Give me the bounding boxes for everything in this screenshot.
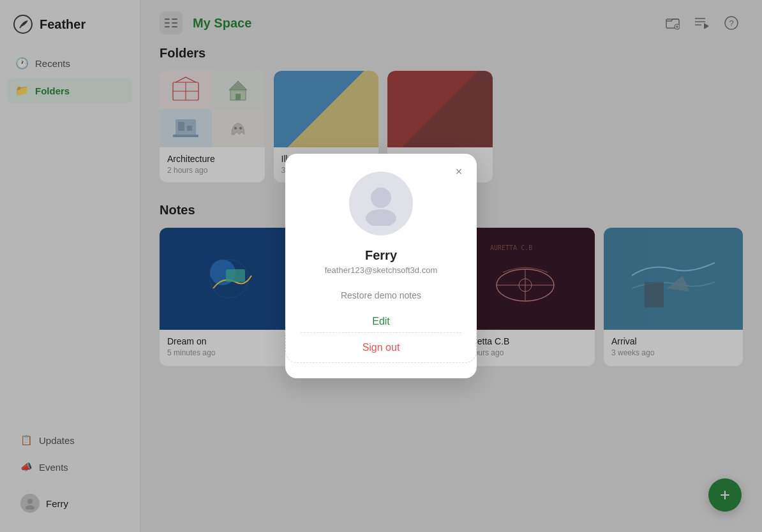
- svg-point-46: [371, 188, 391, 208]
- sign-out-button[interactable]: Sign out: [286, 342, 476, 353]
- modal-avatar: [349, 172, 413, 235]
- modal-username: Ferry: [365, 248, 397, 263]
- restore-demo-button[interactable]: Restore demo notes: [341, 290, 421, 300]
- edit-profile-button[interactable]: Edit: [301, 311, 461, 333]
- modal-overlay[interactable]: × Ferry feather123@sketchsoft3d.com Rest…: [0, 0, 762, 532]
- modal-email: feather123@sketchsoft3d.com: [325, 265, 438, 275]
- modal-close-button[interactable]: ×: [450, 163, 468, 181]
- signout-section: Sign out: [285, 333, 477, 363]
- user-profile-modal: × Ferry feather123@sketchsoft3d.com Rest…: [285, 154, 477, 378]
- svg-point-47: [366, 209, 396, 226]
